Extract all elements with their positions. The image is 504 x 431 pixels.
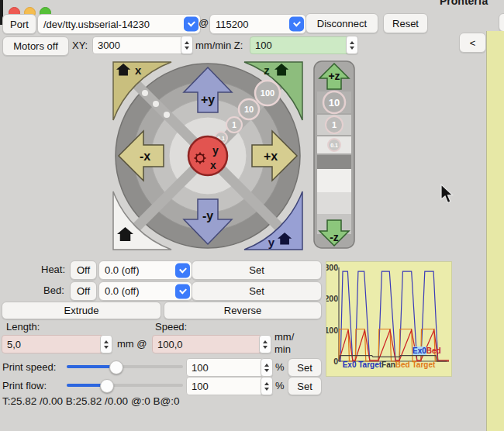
- z-step-0-1-label: 0.1: [330, 143, 338, 148]
- z-feed-stepper[interactable]: [346, 36, 358, 54]
- print-flow-label: Print flow:: [2, 380, 47, 391]
- collapse-panel-label: <: [470, 37, 476, 49]
- z-feed-value: 100: [255, 40, 272, 51]
- mm-at-label: mm @: [117, 338, 147, 350]
- disconnect-button[interactable]: Disconnect: [306, 13, 378, 33]
- print-flow-value: 100: [192, 381, 209, 392]
- extrude-length-value: 5,0: [7, 339, 21, 350]
- jog-center-button[interactable]: y x: [188, 136, 227, 175]
- temperature-graph[interactable]: 0100200300 Ex0Bed Ex0 TargetFanBed Targe…: [326, 261, 452, 377]
- xy-feed-label: XY:: [72, 40, 88, 51]
- jog-step-10[interactable]: 10: [239, 99, 259, 119]
- temperature-status: T:25.82 /0.00 B:25.82 /0.00 @:0 B@:0: [2, 395, 180, 407]
- center-x-label: x: [210, 159, 216, 171]
- port-select-value: /dev/tty.usbserial-14230: [43, 19, 150, 30]
- legend-item-bed-target: Bed Target: [395, 360, 436, 369]
- stepper-up-icon: [104, 340, 109, 343]
- stepper-up-icon: [185, 41, 189, 44]
- length-label: Length:: [6, 321, 40, 333]
- heat-temp-select[interactable]: 0.0 (off): [98, 260, 192, 280]
- mouse-cursor: [440, 184, 455, 205]
- z-step-10[interactable]: 10: [323, 91, 345, 113]
- print-speed-input[interactable]: 100: [186, 358, 264, 377]
- extrude-length-stepper[interactable]: [100, 335, 112, 353]
- print-speed-percent-label: %: [275, 361, 285, 373]
- print-flow-slider[interactable]: [67, 379, 183, 391]
- extrude-speed-stepper[interactable]: [259, 335, 271, 353]
- port-select[interactable]: /dev/tty.usbserial-14230: [37, 14, 201, 34]
- print-flow-set-button[interactable]: Set: [288, 377, 322, 395]
- baud-at-label: @: [198, 17, 209, 29]
- z-feed-label: mm/min Z:: [195, 40, 243, 51]
- stepper-up-icon: [264, 364, 269, 367]
- extrude-button[interactable]: Extrude: [2, 302, 161, 319]
- chevron-down-icon[interactable]: [184, 17, 198, 32]
- stepper-up-icon: [350, 41, 354, 44]
- print-speed-slider[interactable]: [67, 360, 183, 373]
- chevron-down-icon[interactable]: [175, 284, 190, 298]
- z-plus-label: +z: [328, 70, 340, 82]
- print-speed-stepper[interactable]: [261, 358, 273, 377]
- port-button-label: Port: [10, 19, 29, 30]
- extrude-speed-input[interactable]: 100,0: [152, 335, 262, 353]
- baud-select[interactable]: 115200: [209, 14, 306, 34]
- graph-inner-legend: Ex0Bed: [413, 347, 441, 355]
- xy-feed-value: 3000: [98, 40, 120, 51]
- chevron-down-icon[interactable]: [175, 263, 190, 278]
- z-step-10-label: 10: [329, 97, 340, 109]
- slider-thumb[interactable]: [109, 360, 123, 374]
- minus-y-label: -y: [202, 209, 213, 222]
- stepper-down-icon: [185, 47, 189, 50]
- legend-item-ex0-target: Ex0 Target: [343, 360, 381, 369]
- baud-select-value: 115200: [216, 19, 248, 30]
- heat-set-label: Set: [249, 264, 264, 276]
- reverse-label: Reverse: [224, 305, 261, 316]
- stepper-up-icon: [263, 340, 268, 343]
- print-speed-set-button[interactable]: Set: [288, 358, 322, 377]
- stepper-down-icon: [263, 346, 268, 349]
- port-button[interactable]: Port: [2, 14, 36, 34]
- heat-set-button[interactable]: Set: [192, 260, 322, 280]
- print-speed-label: Print speed:: [2, 361, 56, 373]
- slider-thumb[interactable]: [100, 379, 114, 393]
- bed-temp-select[interactable]: 0.0 (off): [98, 281, 192, 301]
- graph-bottom-legend: Ex0 TargetFanBed Target: [326, 360, 451, 369]
- bed-set-button[interactable]: Set: [192, 281, 322, 301]
- chevron-down-icon[interactable]: [289, 17, 304, 32]
- bed-set-label: Set: [249, 285, 264, 297]
- jog-step-100[interactable]: 100: [255, 81, 280, 105]
- disconnect-button-label: Disconnect: [317, 18, 367, 29]
- jog-step-1[interactable]: 1: [226, 117, 242, 133]
- heat-temp-value: 0.0 (off): [105, 264, 140, 276]
- print-flow-stepper[interactable]: [261, 377, 273, 395]
- partial-right-button[interactable]: [499, 13, 504, 32]
- z-step-0-1[interactable]: 0.1: [328, 139, 340, 151]
- motors-off-label: Motors off: [13, 40, 58, 52]
- extrude-label: Extrude: [64, 305, 99, 316]
- slider-fill: [67, 365, 116, 368]
- extrude-speed-value: 100,0: [157, 339, 183, 350]
- heat-off-label: Off: [77, 264, 90, 276]
- motors-off-button[interactable]: Motors off: [2, 36, 69, 56]
- temperature-graph-plot: 0100200300: [326, 262, 451, 376]
- home-y-label: y: [268, 236, 275, 249]
- step-100-label: 100: [261, 88, 274, 98]
- z-feed-input[interactable]: 100: [250, 36, 350, 54]
- bed-off-button[interactable]: Off: [70, 281, 97, 301]
- y-tick-label: 300: [326, 263, 338, 272]
- xy-feed-stepper[interactable]: [181, 36, 193, 54]
- xy-feed-input[interactable]: 3000: [92, 36, 185, 54]
- extrude-length-input[interactable]: 5,0: [2, 335, 104, 353]
- print-flow-input[interactable]: 100: [186, 377, 264, 395]
- bed-temp-value: 0.0 (off): [105, 285, 140, 297]
- heat-off-button[interactable]: Off: [70, 260, 97, 280]
- z-step-1-label: 1: [332, 120, 337, 129]
- reset-button[interactable]: Reset: [383, 13, 428, 33]
- z-minus-label: -z: [330, 231, 339, 243]
- z-step-1[interactable]: 1: [326, 116, 343, 133]
- heat-label: Heat:: [41, 264, 65, 275]
- stepper-down-icon: [264, 388, 269, 391]
- reverse-button[interactable]: Reverse: [164, 302, 322, 319]
- collapse-panel-button[interactable]: <: [459, 33, 486, 53]
- jog-pad: x z y +y -y -x +x 100 10 1: [111, 60, 305, 252]
